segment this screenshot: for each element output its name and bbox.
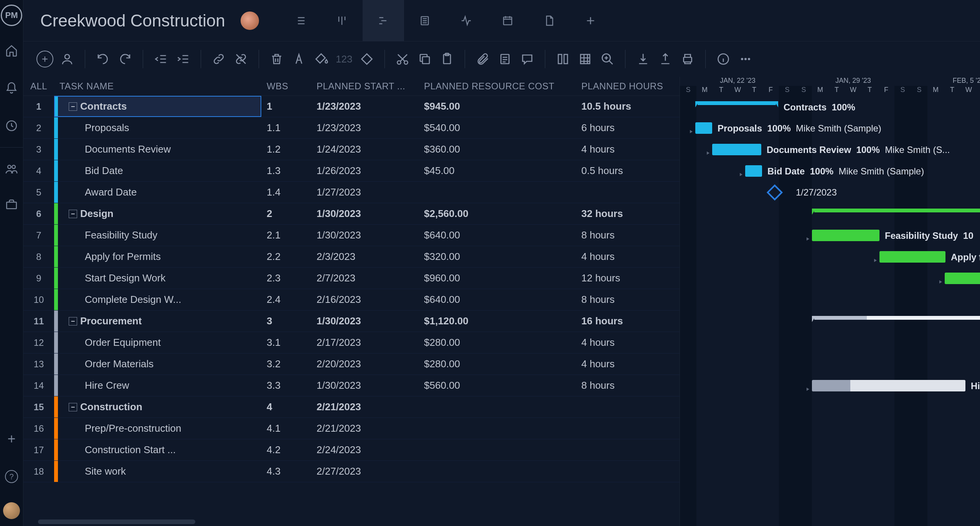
column-header-start[interactable]: PLANNED START ... (311, 81, 419, 92)
outdent-button[interactable] (151, 49, 171, 69)
wbs-cell[interactable]: 2.4 (261, 294, 311, 306)
view-files-icon[interactable] (528, 0, 570, 41)
table-row[interactable]: 6−Design21/30/2023$2,560.0032 hours (23, 203, 680, 225)
table-row[interactable]: 5Award Date1.41/27/2023 (23, 182, 680, 203)
columns-button[interactable] (553, 49, 573, 69)
view-calendar-icon[interactable] (487, 0, 528, 41)
start-cell[interactable]: 1/30/2023 (311, 380, 419, 391)
table-row[interactable]: 18Site work4.32/27/2023 (23, 461, 680, 482)
task-name-cell[interactable]: Start Design Work (54, 268, 261, 289)
cut-button[interactable] (393, 49, 412, 69)
recent-icon[interactable] (3, 117, 20, 134)
indent-button[interactable] (173, 49, 193, 69)
cost-cell[interactable]: $540.00 (419, 122, 576, 134)
gantt-summary-bar[interactable]: Contracts 100% (695, 101, 778, 107)
copy-button[interactable] (415, 49, 435, 69)
cost-cell[interactable]: $560.00 (419, 380, 576, 391)
start-cell[interactable]: 1/27/2023 (311, 186, 419, 198)
task-name-cell[interactable]: Order Materials (54, 353, 261, 375)
hours-cell[interactable]: 4 hours (576, 251, 676, 263)
wbs-cell[interactable]: 3.1 (261, 337, 311, 348)
task-name-cell[interactable]: −Procurement (54, 311, 261, 332)
redo-button[interactable] (115, 49, 135, 69)
view-activity-icon[interactable] (445, 0, 487, 41)
table-row[interactable]: 2Proposals1.11/23/2023$540.006 hours (23, 117, 680, 139)
gantt-task-bar[interactable] (945, 273, 980, 284)
start-cell[interactable]: 2/24/2023 (311, 444, 419, 456)
cost-cell[interactable]: $640.00 (419, 229, 576, 241)
hours-cell[interactable]: 0.5 hours (576, 165, 676, 177)
hours-cell[interactable]: 4 hours (576, 358, 676, 370)
briefcase-icon[interactable] (3, 196, 20, 213)
user-avatar[interactable] (3, 502, 20, 519)
gantt-task-bar[interactable]: Proposals 100% Mike Smith (Sample) (695, 122, 712, 134)
attach-button[interactable] (473, 49, 493, 69)
wbs-cell[interactable]: 4 (261, 401, 311, 413)
start-cell[interactable]: 1/24/2023 (311, 143, 419, 155)
wbs-cell[interactable]: 1.3 (261, 165, 311, 177)
table-row[interactable]: 8Apply for Permits2.22/3/2023$320.004 ho… (23, 246, 680, 268)
project-avatar[interactable] (241, 12, 259, 30)
start-cell[interactable]: 2/21/2023 (311, 422, 419, 434)
task-name-cell[interactable]: Construction Start ... (54, 439, 261, 460)
table-row[interactable]: 4Bid Date1.31/26/2023$45.000.5 hours (23, 160, 680, 182)
table-row[interactable]: 3Documents Review1.21/24/2023$360.004 ho… (23, 139, 680, 160)
task-name-cell[interactable]: Order Equipment (54, 332, 261, 353)
task-name-cell[interactable]: Award Date (54, 182, 261, 203)
wbs-cell[interactable]: 4.1 (261, 422, 311, 434)
start-cell[interactable]: 1/30/2023 (311, 315, 419, 327)
collapse-icon[interactable]: − (69, 102, 77, 111)
task-name-cell[interactable]: −Construction (54, 396, 261, 418)
gantt-task-bar[interactable]: Hire (812, 380, 965, 391)
start-cell[interactable]: 2/20/2023 (311, 358, 419, 370)
wbs-cell[interactable]: 3 (261, 315, 311, 327)
horizontal-scrollbar[interactable] (23, 518, 680, 526)
table-row[interactable]: 1−Contracts11/23/2023$945.0010.5 hours (23, 96, 680, 117)
add-view-button[interactable] (570, 0, 611, 41)
task-name-cell[interactable]: Hire Crew (54, 375, 261, 396)
start-cell[interactable]: 2/16/2023 (311, 294, 419, 306)
task-name-cell[interactable]: Proposals (54, 117, 261, 138)
hours-cell[interactable]: 8 hours (576, 229, 676, 241)
cost-cell[interactable]: $280.00 (419, 358, 576, 370)
gantt-task-bar[interactable]: Documents Review 100% Mike Smith (S... (712, 144, 761, 155)
wbs-cell[interactable]: 2.1 (261, 229, 311, 241)
table-row[interactable]: 15−Construction42/21/2023 (23, 396, 680, 418)
wbs-cell[interactable]: 4.3 (261, 465, 311, 477)
column-header-name[interactable]: TASK NAME (54, 81, 261, 92)
collapse-icon[interactable]: − (69, 210, 77, 218)
link-button[interactable] (209, 49, 229, 69)
task-name-cell[interactable]: Site work (54, 461, 261, 482)
gantt-task-bar[interactable]: Bid Date 100% Mike Smith (Sample) (745, 165, 762, 177)
table-row[interactable]: 9Start Design Work2.32/7/2023$960.0012 h… (23, 268, 680, 289)
comments-button[interactable] (517, 49, 537, 69)
assignee-button[interactable] (57, 49, 77, 69)
app-logo[interactable]: PM (1, 5, 22, 26)
table-row[interactable]: 14Hire Crew3.31/30/2023$560.008 hours (23, 375, 680, 396)
cost-cell[interactable]: $280.00 (419, 337, 576, 348)
cost-cell[interactable]: $945.00 (419, 100, 576, 112)
export-button[interactable] (655, 49, 675, 69)
gantt-milestone[interactable] (767, 184, 783, 201)
unlink-button[interactable] (231, 49, 251, 69)
cost-cell[interactable]: $45.00 (419, 165, 576, 177)
wbs-cell[interactable]: 1.2 (261, 143, 311, 155)
start-cell[interactable]: 2/17/2023 (311, 337, 419, 348)
view-sheet-icon[interactable] (404, 0, 445, 41)
text-color-button[interactable] (289, 49, 309, 69)
start-cell[interactable]: 1/23/2023 (311, 100, 419, 112)
hours-cell[interactable]: 6 hours (576, 122, 676, 134)
wbs-cell[interactable]: 1 (261, 100, 311, 112)
cost-cell[interactable]: $640.00 (419, 294, 576, 306)
table-row[interactable]: 13Order Materials3.22/20/2023$280.004 ho… (23, 353, 680, 375)
add-task-button[interactable]: + (35, 49, 55, 69)
collapse-icon[interactable]: − (69, 317, 77, 325)
cost-cell[interactable]: $960.00 (419, 272, 576, 284)
task-name-cell[interactable]: −Design (54, 203, 261, 224)
home-icon[interactable] (3, 42, 20, 59)
table-row[interactable]: 7Feasibility Study2.11/30/2023$640.008 h… (23, 225, 680, 246)
hours-cell[interactable]: 8 hours (576, 294, 676, 306)
fill-color-button[interactable] (311, 49, 331, 69)
gantt-task-bar[interactable]: Apply f (879, 251, 945, 263)
gantt-task-bar[interactable]: Feasibility Study 10 (812, 230, 879, 241)
